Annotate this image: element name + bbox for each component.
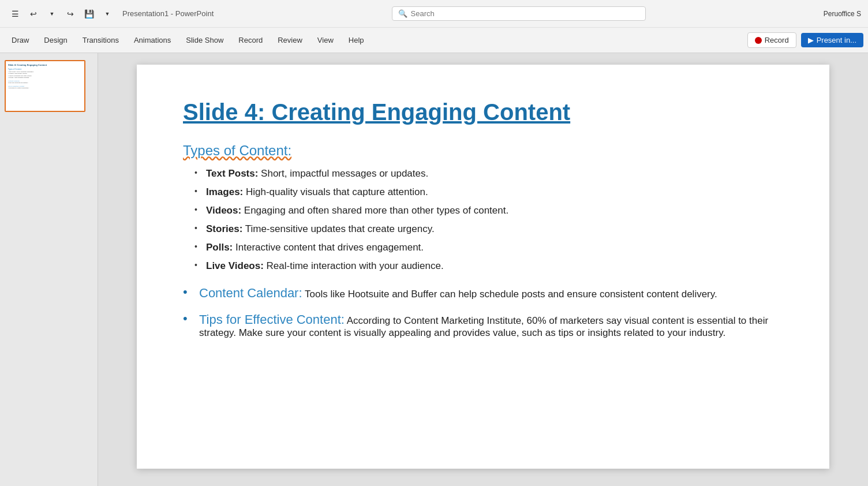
search-input[interactable] xyxy=(411,9,639,18)
record-label: Record xyxy=(765,36,789,44)
list-item: Images: High-quality visuals that captur… xyxy=(194,186,783,198)
title-text: Slide 4: Creating Engaging Content xyxy=(183,99,570,125)
list-item: Text Posts: Short, impactful messages or… xyxy=(194,168,783,180)
slide-thumbnail[interactable]: Slide 4: Creating Engaging Content Types… xyxy=(5,60,85,112)
tab-slideshow[interactable]: Slide Show xyxy=(179,32,230,48)
title-bar-right: Peruoffice S xyxy=(824,10,861,18)
slide-canvas: Slide 4: Creating Engaging Content Types… xyxy=(137,65,829,469)
bullet-text: High-quality visuals that capture attent… xyxy=(246,186,428,197)
section-heading: Types of Content: xyxy=(183,143,783,159)
tab-help[interactable]: Help xyxy=(342,32,371,48)
tab-review[interactable]: Review xyxy=(271,32,309,48)
undo-button[interactable]: ↩ xyxy=(25,6,42,22)
search-input-wrap[interactable]: 🔍 xyxy=(392,6,646,21)
bullet-text: Real-time interaction with your audience… xyxy=(267,260,444,271)
list-item: Live Videos: Real-time interaction with … xyxy=(194,260,783,272)
record-button[interactable]: Record xyxy=(747,32,796,48)
thumb-title: Slide 4: Creating Engaging Content xyxy=(8,63,82,67)
list-item: Videos: Engaging and often shared more t… xyxy=(194,205,783,216)
title-bar: ☰ ↩ ▼ ↪ 💾 ▼ Presentation1 - PowerPoint 🔍… xyxy=(0,0,868,28)
bullet-text: Engaging and often shared more than othe… xyxy=(244,205,508,216)
list-item: Stories: Time-sensitive updates that cre… xyxy=(194,223,783,235)
present-icon: ▶ xyxy=(808,36,814,44)
undo-dropdown[interactable]: ▼ xyxy=(44,6,60,22)
tab-transitions[interactable]: Transitions xyxy=(76,32,126,48)
app-title: Presentation1 - PowerPoint xyxy=(122,9,214,18)
bullet-bold: Live Videos: xyxy=(206,260,264,271)
present-button[interactable]: ▶ Present in... xyxy=(801,33,863,47)
bullet-text: Short, impactful messages or updates. xyxy=(261,168,428,179)
hamburger-icon[interactable]: ☰ xyxy=(7,6,23,22)
search-icon: 🔍 xyxy=(398,9,407,18)
tab-animations[interactable]: Animations xyxy=(127,32,178,48)
list-item: Content Calendar: Tools like Hootsuite a… xyxy=(183,286,783,301)
slide-main-title: Slide 4: Creating Engaging Content xyxy=(183,99,783,125)
main-bullet-heading: Content Calendar: xyxy=(199,286,302,300)
bullet-text: Time-sensitive updates that create urgen… xyxy=(245,223,435,234)
tab-design[interactable]: Design xyxy=(37,32,74,48)
list-item: Tips for Effective Content: According to… xyxy=(183,312,783,339)
main-area: Slide 4: Creating Engaging Content Types… xyxy=(0,53,868,486)
main-bullet-heading: Tips for Effective Content: xyxy=(199,312,345,327)
slide-editor[interactable]: Slide 4: Creating Engaging Content Types… xyxy=(98,53,868,486)
present-label: Present in... xyxy=(817,36,856,44)
bullet-bold: Stories: xyxy=(206,223,242,234)
ribbon: Draw Design Transitions Animations Slide… xyxy=(0,28,868,53)
tab-view[interactable]: View xyxy=(310,32,341,48)
bullet-bold: Videos: xyxy=(206,205,241,216)
tab-draw[interactable]: Draw xyxy=(5,32,36,48)
main-bullets: Content Calendar: Tools like Hootsuite a… xyxy=(183,286,783,339)
title-bar-left: ☰ ↩ ▼ ↪ 💾 ▼ Presentation1 - PowerPoint xyxy=(7,6,214,22)
search-bar: 🔍 xyxy=(218,6,819,21)
account-button[interactable]: Peruoffice S xyxy=(824,10,861,18)
slide-panel: Slide 4: Creating Engaging Content Types… xyxy=(0,53,98,486)
bullet-bold: Images: xyxy=(206,186,243,197)
customize-button[interactable]: ▼ xyxy=(99,6,115,22)
bullet-list: Text Posts: Short, impactful messages or… xyxy=(183,168,783,272)
bullet-bold: Polls: xyxy=(206,242,233,253)
bullet-bold: Text Posts: xyxy=(206,168,258,179)
tab-record[interactable]: Record xyxy=(231,32,270,48)
main-bullet-text: Tools like Hootsuite and Buffer can help… xyxy=(305,289,717,300)
redo-button[interactable]: ↪ xyxy=(62,6,78,22)
ribbon-right: Record ▶ Present in... xyxy=(747,32,863,48)
slide-thumb-content: Slide 4: Creating Engaging Content Types… xyxy=(6,61,84,111)
list-item: Polls: Interactive content that drives e… xyxy=(194,242,783,253)
record-icon xyxy=(755,37,762,44)
save-button[interactable]: 💾 xyxy=(81,6,97,22)
bullet-text: Interactive content that drives engageme… xyxy=(235,242,424,253)
